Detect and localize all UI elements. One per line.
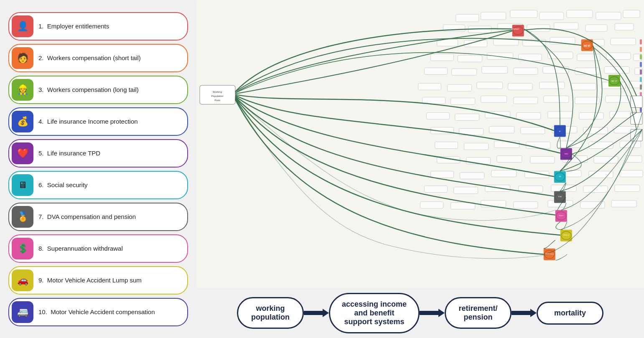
svg-text:WC LT: WC LT bbox=[611, 80, 617, 82]
svg-text:MVA Comp: MVA Comp bbox=[545, 253, 554, 255]
svg-rect-55 bbox=[427, 112, 450, 119]
flow-node-retirement: retirement/pension bbox=[445, 297, 512, 329]
svg-rect-60 bbox=[579, 112, 603, 119]
svg-rect-74 bbox=[589, 142, 613, 148]
svg-rect-53 bbox=[575, 97, 599, 104]
svg-rect-81 bbox=[594, 157, 618, 163]
svg-rect-35 bbox=[514, 68, 538, 74]
svg-rect-90 bbox=[425, 186, 448, 193]
legend-label-6: 6. Social security bbox=[38, 181, 88, 188]
svg-rect-3 bbox=[456, 14, 479, 22]
legend-label-9: 9. Motor Vehicle Accident Lump sum bbox=[38, 277, 142, 284]
flow-node-working: workingpopulation bbox=[237, 297, 304, 329]
svg-rect-52 bbox=[544, 96, 569, 102]
svg-rect-82 bbox=[625, 156, 642, 163]
svg-text:Super: Super bbox=[559, 214, 563, 216]
svg-rect-33 bbox=[452, 69, 477, 75]
legend-icon-7: 🏅 bbox=[12, 206, 33, 228]
legend-item-1: 👤 1. Employer entitlements bbox=[8, 12, 188, 41]
svg-marker-154 bbox=[512, 309, 537, 317]
svg-rect-78 bbox=[497, 156, 522, 163]
svg-rect-96 bbox=[615, 185, 640, 192]
svg-rect-9 bbox=[623, 10, 640, 18]
svg-rect-37 bbox=[575, 68, 599, 74]
svg-text:WC ST: WC ST bbox=[584, 45, 591, 47]
legend-label-2: 2. Workers compensation (short tail) bbox=[38, 54, 141, 61]
legend-item-10: 🚐 10. Motor Vehicle Accident compensatio… bbox=[8, 298, 188, 326]
legend-icon-6: 🖥 bbox=[12, 174, 33, 196]
legend-label-8: 8. Superannuation withdrawal bbox=[38, 245, 123, 252]
svg-text:IP: IP bbox=[559, 130, 561, 132]
svg-rect-8 bbox=[596, 12, 621, 20]
network-diagram: Working Population Point WC ST bbox=[196, 0, 644, 288]
legend-label-3: 3. Workers compensation (long tail) bbox=[38, 86, 139, 93]
svg-rect-56 bbox=[455, 114, 479, 120]
svg-rect-102 bbox=[580, 202, 605, 208]
svg-rect-26 bbox=[487, 53, 513, 59]
svg-text:Point: Point bbox=[214, 99, 220, 102]
svg-rect-7 bbox=[567, 10, 593, 18]
svg-rect-6 bbox=[540, 12, 564, 20]
svg-rect-43 bbox=[508, 83, 532, 90]
svg-rect-71 bbox=[494, 141, 519, 147]
svg-rect-69 bbox=[435, 142, 458, 148]
legend-icon-1: 👤 bbox=[12, 15, 33, 37]
svg-rect-48 bbox=[423, 97, 445, 104]
svg-rect-44 bbox=[540, 82, 565, 89]
flow-node-accessing: accessing incomeand benefitsupport syste… bbox=[329, 293, 420, 333]
svg-rect-15 bbox=[585, 25, 607, 31]
svg-rect-42 bbox=[477, 82, 503, 89]
svg-rect-95 bbox=[583, 186, 608, 193]
legend-icon-5: ❤️ bbox=[12, 142, 33, 164]
svg-rect-54 bbox=[606, 96, 631, 102]
svg-rect-59 bbox=[548, 111, 573, 118]
legend-item-4: 💰 4. Life insurance Income protection bbox=[8, 107, 188, 136]
svg-text:Population: Population bbox=[211, 95, 223, 97]
svg-rect-4 bbox=[481, 12, 506, 20]
legend-item-5: ❤️ 5. Life insurance TPD bbox=[8, 139, 188, 168]
svg-rect-110 bbox=[640, 84, 642, 89]
svg-rect-41 bbox=[448, 84, 472, 91]
legend-label-7: 7. DVA compensation and pension bbox=[38, 213, 136, 220]
svg-rect-65 bbox=[521, 127, 545, 134]
legend-icon-3: 👷 bbox=[12, 79, 33, 101]
svg-rect-64 bbox=[489, 126, 514, 133]
svg-rect-13 bbox=[527, 25, 550, 31]
svg-rect-107 bbox=[640, 62, 642, 67]
legend-panel: 👤 1. Employer entitlements 🧑 2. Workers … bbox=[0, 0, 196, 338]
svg-rect-70 bbox=[464, 143, 489, 150]
flow-arrow-3 bbox=[512, 305, 537, 321]
legend-item-3: 👷 3. Workers compensation (long tail) bbox=[8, 76, 188, 104]
svg-rect-58 bbox=[517, 112, 541, 119]
svg-marker-153 bbox=[420, 309, 445, 317]
svg-rect-83 bbox=[431, 171, 454, 178]
svg-rect-14 bbox=[554, 23, 578, 29]
svg-rect-103 bbox=[611, 201, 636, 207]
svg-rect-88 bbox=[589, 171, 613, 178]
svg-rect-91 bbox=[454, 187, 478, 194]
svg-rect-51 bbox=[514, 97, 538, 104]
legend-item-2: 🧑 2. Workers compensation (short tail) bbox=[8, 44, 188, 72]
legend-item-7: 🏅 7. DVA compensation and pension bbox=[8, 203, 188, 231]
flow-bar: workingpopulation accessing incomeand be… bbox=[196, 288, 644, 338]
svg-rect-5 bbox=[510, 10, 537, 18]
flow-arrow-1 bbox=[304, 305, 329, 321]
svg-rect-104 bbox=[640, 39, 642, 44]
svg-rect-30 bbox=[606, 53, 631, 59]
svg-rect-97 bbox=[420, 202, 443, 208]
svg-rect-45 bbox=[571, 83, 596, 90]
svg-text:TPD: TPD bbox=[565, 153, 568, 155]
legend-item-9: 🚗 9. Motor Vehicle Accident Lump sum bbox=[8, 266, 188, 295]
svg-rect-100 bbox=[514, 202, 538, 208]
flow-node-mortality: mortality bbox=[537, 302, 603, 325]
svg-text:MVA LS: MVA LS bbox=[563, 234, 569, 236]
svg-rect-105 bbox=[640, 47, 642, 52]
svg-rect-79 bbox=[530, 157, 555, 163]
svg-rect-16 bbox=[615, 23, 634, 30]
svg-rect-32 bbox=[425, 68, 448, 74]
svg-rect-28 bbox=[548, 52, 573, 58]
legend-item-8: 💲 8. Superannuation withdrawal bbox=[8, 234, 188, 263]
svg-rect-40 bbox=[418, 83, 441, 90]
svg-rect-50 bbox=[481, 96, 507, 102]
legend-item-6: 🖥 6. Social security bbox=[8, 171, 188, 199]
